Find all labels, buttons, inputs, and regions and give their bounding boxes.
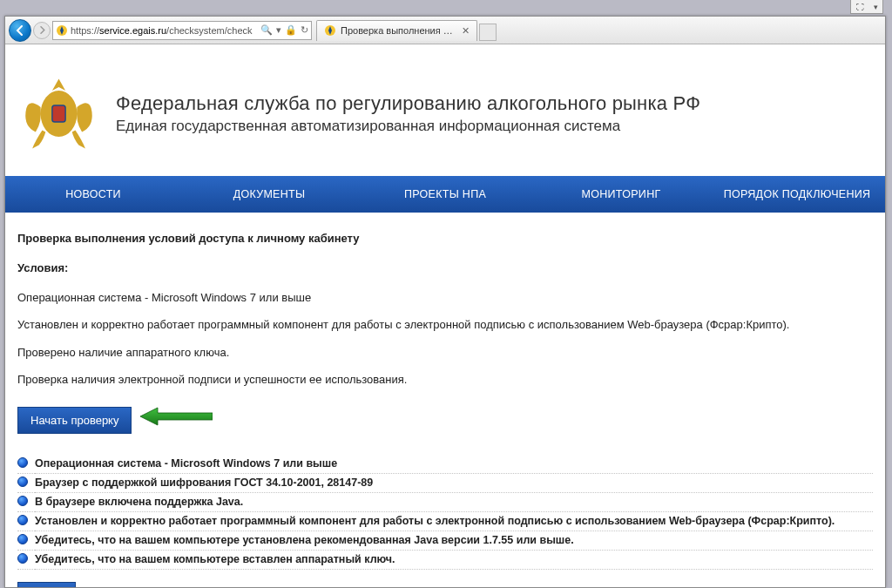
check-row: В браузере включена поддержка Java. [17,492,873,511]
svg-rect-3 [52,105,65,122]
expand-icon[interactable]: ⛶ [856,3,864,11]
address-bar[interactable]: https://service.egais.ru/checksystem/che… [52,21,312,40]
status-bullet-icon [17,534,28,544]
status-bullet-icon [17,457,28,468]
condition-text: Проверка наличия электронной подписи и у… [17,372,873,388]
check-text: Операционная система - Microsoft Windows… [35,455,873,474]
address-controls: 🔍 ▾ 🔒 ↻ [260,24,308,37]
nav-connection[interactable]: ПОРЯДОК ПОДКЛЮЧЕНИЯ [709,176,885,213]
browser-window: https://service.egais.ru/checksystem/che… [4,16,886,588]
refresh-icon[interactable]: ↻ [301,24,308,37]
browser-tab[interactable]: Проверка выполнения ус... ✕ [316,20,477,41]
check-text: Установлен и корректно работает программ… [35,511,873,531]
tab-strip: Проверка выполнения ус... ✕ [316,20,497,41]
main-nav: НОВОСТИ ДОКУМЕНТЫ ПРОЕКТЫ НПА МОНИТОРИНГ… [5,176,885,213]
check-text: Убедитесь, что на вашем компьютере устан… [35,531,873,550]
browser-toolbar: https://service.egais.ru/checksystem/che… [5,17,885,44]
tab-title: Проверка выполнения ус... [341,25,457,36]
lock-icon: 🔒 [285,24,297,37]
start-check-button[interactable]: Начать проверку [17,407,132,434]
condition-text: Проверено наличие аппаратного ключа. [17,345,873,361]
back-page-button[interactable]: Назад [17,582,76,587]
condition-text: Установлен и корректно работает программ… [17,317,873,333]
annotation-arrow-icon [139,406,213,427]
back-button[interactable] [9,19,31,42]
dropdown-icon[interactable]: ▾ [276,24,281,37]
forward-button[interactable] [33,22,51,39]
site-title: Федеральная служба по регулированию алко… [116,92,700,115]
tab-close-icon[interactable]: ✕ [462,25,470,37]
status-bullet-icon [17,476,28,487]
check-text: Убедитесь, что на вашем компьютере встав… [35,550,873,569]
site-title-block: Федеральная служба по регулированию алко… [116,92,700,135]
nav-documents[interactable]: ДОКУМЕНТЫ [181,176,357,213]
url-text: https://service.egais.ru/checksystem/che… [71,25,258,36]
search-icon[interactable]: 🔍 [260,24,273,37]
check-row: Установлен и корректно работает программ… [17,511,873,531]
emblem-icon [17,72,100,155]
nav-news[interactable]: НОВОСТИ [5,176,181,213]
site-favicon-icon [56,24,68,37]
check-row: Операционная система - Microsoft Windows… [17,455,873,474]
nav-projects[interactable]: ПРОЕКТЫ НПА [357,176,533,213]
status-bullet-icon [17,553,28,564]
check-row: Убедитесь, что на вашем компьютере встав… [17,550,873,569]
status-bullet-icon [17,496,28,506]
check-text: Браузер с поддержкой шифрования ГОСТ 34.… [35,473,873,492]
main-content: Проверка выполнения условий доступа к ли… [12,213,878,587]
page-content: Федеральная служба по регулированию алко… [5,44,885,587]
site-subtitle: Единая государственная автоматизированна… [116,118,700,135]
page-heading: Проверка выполнения условий доступа к ли… [17,232,873,245]
status-bullet-icon [17,515,28,525]
chevron-down-icon[interactable]: ▾ [874,3,878,11]
nav-monitoring[interactable]: МОНИТОРИНГ [533,176,709,213]
check-row: Убедитесь, что на вашем компьютере устан… [17,531,873,550]
conditions-label: Условия: [17,260,873,276]
check-text: В браузере включена поддержка Java. [35,492,873,511]
check-row: Браузер с поддержкой шифрования ГОСТ 34.… [17,473,873,492]
site-header: Федеральная служба по регулированию алко… [12,72,878,176]
window-host-controls: ⛶ ▾ [850,0,883,14]
check-results-table: Операционная система - Microsoft Windows… [17,455,873,570]
new-tab-button[interactable] [479,24,497,41]
tab-favicon-icon [324,24,336,37]
condition-text: Операционная система - Microsoft Windows… [17,290,873,306]
